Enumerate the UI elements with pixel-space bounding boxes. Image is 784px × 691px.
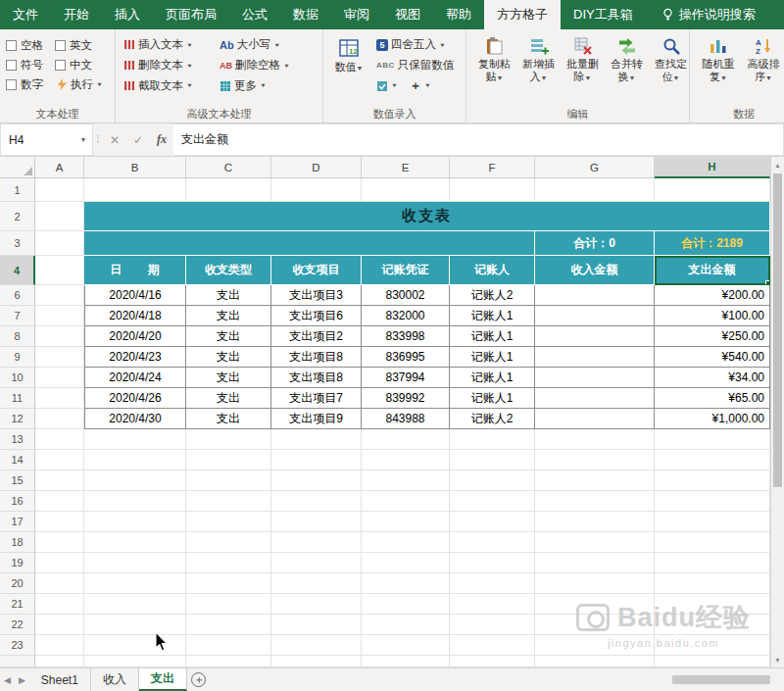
cell-voucher[interactable]: 843988 (362, 409, 450, 429)
cell[interactable] (655, 450, 770, 470)
cell[interactable] (35, 615, 84, 635)
tab-file[interactable]: 文件 (0, 0, 51, 29)
cell[interactable] (450, 635, 535, 656)
tab-formulas[interactable]: 公式 (229, 0, 280, 29)
cell-date[interactable]: 2020/4/30 (84, 409, 186, 429)
row-header[interactable]: 20 (0, 573, 35, 594)
cell[interactable] (35, 326, 84, 347)
row-header[interactable]: 19 (0, 553, 35, 573)
case-button[interactable]: Ab 大小写▼ (218, 35, 282, 54)
cell[interactable] (186, 635, 271, 656)
cell[interactable] (535, 573, 655, 594)
row-header[interactable]: 7 (0, 306, 35, 326)
cell-expense[interactable]: ¥1,000.00 (655, 409, 770, 429)
tab-data[interactable]: 数据 (280, 0, 331, 29)
cell[interactable] (35, 231, 84, 256)
cell[interactable] (655, 512, 770, 532)
batch-delete-button[interactable]: 批量删除▼ (561, 34, 605, 86)
cell-expense[interactable]: ¥540.00 (655, 347, 770, 368)
header-cell-type[interactable]: 收支类型 (186, 256, 271, 285)
cell[interactable] (655, 532, 770, 553)
row-header[interactable]: 13 (0, 429, 35, 450)
cell[interactable] (35, 553, 84, 573)
vertical-scrollbar[interactable]: ▲ ▼ (770, 157, 784, 667)
cell-income[interactable] (535, 285, 655, 306)
cell-expense[interactable]: ¥100.00 (655, 306, 770, 326)
scroll-up-icon[interactable]: ▲ (771, 157, 784, 173)
cell-project[interactable]: 支出项目3 (271, 285, 362, 306)
cell[interactable] (535, 470, 655, 491)
checkbox-icon[interactable] (6, 40, 17, 51)
cell[interactable] (362, 573, 450, 594)
cell[interactable] (186, 470, 271, 491)
cell[interactable] (35, 368, 84, 388)
cell[interactable] (535, 656, 655, 667)
tab-review[interactable]: 审阅 (331, 0, 382, 29)
cell-recorder[interactable]: 记账人2 (450, 409, 535, 429)
tab-insert[interactable]: 插入 (102, 0, 153, 29)
cell[interactable] (186, 450, 271, 470)
cell-voucher[interactable]: 833998 (362, 326, 450, 347)
cell-project[interactable]: 支出项目2 (271, 326, 362, 347)
name-box[interactable]: H4 ▼ (0, 123, 93, 156)
cell[interactable] (84, 178, 186, 202)
more-button[interactable]: 更多▼ (218, 76, 269, 95)
cell[interactable] (186, 491, 271, 512)
column-header-a[interactable]: A (35, 157, 84, 178)
horizontal-scrollbar-thumb[interactable] (672, 675, 770, 684)
cell-type[interactable]: 支出 (186, 388, 271, 409)
row-header[interactable]: 3 (0, 231, 35, 256)
cell[interactable] (450, 470, 535, 491)
checkbox-english[interactable]: 英文 (55, 38, 106, 53)
cell-income[interactable] (535, 347, 655, 368)
cell[interactable] (362, 553, 450, 573)
column-header-c[interactable]: C (186, 157, 271, 178)
tab-diy-toolbox[interactable]: DIY工具箱 (561, 0, 646, 29)
cell[interactable] (271, 532, 362, 553)
cell-date[interactable]: 2020/4/20 (84, 326, 186, 347)
cell[interactable] (362, 450, 450, 470)
cell-expense[interactable]: ¥250.00 (655, 326, 770, 347)
cell[interactable] (450, 553, 535, 573)
expense-total-cell[interactable]: 合计：2189 (655, 231, 770, 256)
cell[interactable] (450, 429, 535, 450)
cell[interactable] (35, 202, 84, 231)
cell[interactable] (84, 635, 186, 656)
row-header[interactable]: 10 (0, 368, 35, 388)
cell-recorder[interactable]: 记账人2 (450, 285, 535, 306)
tab-help[interactable]: 帮助 (433, 0, 484, 29)
checkbox-icon[interactable] (6, 79, 17, 90)
tell-me-search[interactable]: 操作说明搜索 (652, 0, 765, 29)
cell[interactable] (655, 553, 770, 573)
cell[interactable] (362, 656, 450, 667)
cell[interactable] (186, 615, 271, 635)
cell[interactable] (186, 532, 271, 553)
checkbox-icon[interactable] (6, 60, 17, 71)
cell-income[interactable] (535, 326, 655, 347)
cell-date[interactable]: 2020/4/24 (84, 368, 186, 388)
cell[interactable] (271, 615, 362, 635)
cell[interactable] (271, 594, 362, 615)
cell[interactable] (362, 512, 450, 532)
row-header[interactable]: 15 (0, 470, 35, 491)
cell[interactable] (35, 388, 84, 409)
cell[interactable] (35, 491, 84, 512)
cell-expense[interactable]: ¥200.00 (655, 285, 770, 306)
cell-project[interactable]: 支出项目6 (271, 306, 362, 326)
formula-input[interactable]: 支出金额 (173, 123, 784, 156)
cell[interactable] (655, 429, 770, 450)
income-total-cell[interactable]: 合计：0 (535, 231, 655, 256)
insert-function-button[interactable]: fx (150, 123, 173, 156)
cell[interactable] (535, 429, 655, 450)
cell[interactable] (450, 491, 535, 512)
cell[interactable] (655, 656, 770, 667)
enter-button[interactable]: ✓ (126, 123, 150, 156)
cell[interactable] (362, 470, 450, 491)
tab-fangfang-gezi[interactable]: 方方格子 (484, 0, 561, 29)
cell[interactable] (450, 573, 535, 594)
checkbox-icon[interactable] (55, 60, 66, 71)
cell[interactable] (655, 470, 770, 491)
checkbox-chinese[interactable]: 中文 (55, 58, 106, 73)
cell[interactable] (535, 635, 655, 656)
scroll-down-icon[interactable]: ▼ (771, 652, 784, 667)
